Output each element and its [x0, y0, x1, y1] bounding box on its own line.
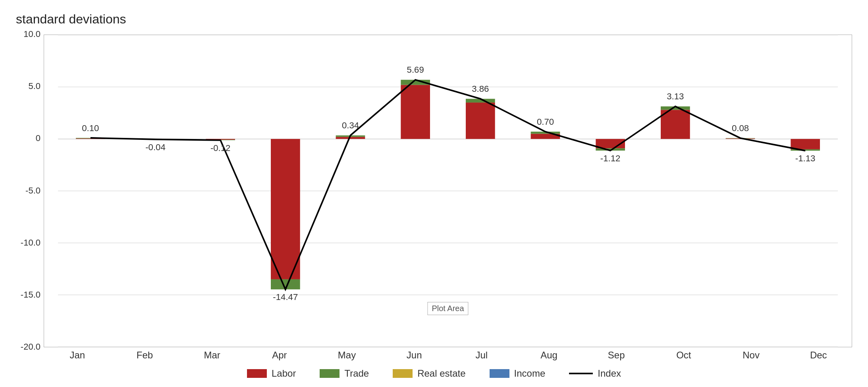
svg-text:0.70: 0.70	[537, 117, 554, 127]
x-axis-label: Feb	[111, 350, 179, 361]
y-axis-label: -15.0	[21, 290, 41, 299]
legend-item-income: Income	[490, 368, 546, 379]
x-axis-label: Apr	[246, 350, 313, 361]
legend-item-index: Index	[569, 368, 621, 379]
x-axis-label: Sep	[583, 350, 650, 361]
x-axis-label: May	[313, 350, 381, 361]
svg-text:0.08: 0.08	[732, 123, 749, 133]
x-axis-label: Aug	[515, 350, 583, 361]
chart-area: 10.05.00-5.0-10.0-15.0-20.0 0.10-0.04-0.…	[16, 35, 852, 379]
y-axis-label: 10.0	[23, 30, 41, 39]
legend-label-labor: Labor	[272, 368, 296, 379]
legend-item-labor: Labor	[247, 368, 296, 379]
x-axis-label: Dec	[785, 350, 852, 361]
x-axis-label: Mar	[178, 350, 246, 361]
legend: Labor Trade Real estate Income Index	[16, 368, 852, 379]
index-line-swatch	[569, 373, 593, 374]
y-axis-label: -5.0	[25, 186, 41, 195]
y-axis-label: -20.0	[21, 342, 41, 351]
income-swatch	[490, 369, 509, 378]
labor-swatch	[247, 369, 267, 378]
legend-label-income: Income	[514, 368, 546, 379]
svg-text:-0.04: -0.04	[145, 142, 166, 152]
x-axis-label: Jan	[44, 350, 111, 361]
svg-rect-29	[791, 139, 820, 149]
legend-label-realestate: Real estate	[417, 368, 465, 379]
x-axis-label: Jul	[448, 350, 515, 361]
chart-title: standard deviations	[16, 12, 852, 27]
x-axis: JanFebMarAprMayJunJulAugSepOctNovDec	[44, 350, 852, 361]
legend-label-trade: Trade	[344, 368, 369, 379]
svg-text:0.10: 0.10	[82, 123, 99, 133]
svg-text:-14.47: -14.47	[273, 292, 298, 302]
x-axis-label: Nov	[718, 350, 785, 361]
legend-item-trade: Trade	[320, 368, 369, 379]
y-axis-label: 0	[36, 134, 41, 143]
x-axis-label: Jun	[380, 350, 448, 361]
plot-area-label: Plot Area	[427, 302, 468, 315]
svg-text:-1.13: -1.13	[795, 153, 816, 163]
legend-item-realestate: Real estate	[393, 368, 465, 379]
svg-rect-19	[466, 103, 495, 139]
svg-text:-0.12: -0.12	[210, 143, 231, 153]
realestate-swatch	[393, 369, 413, 378]
svg-text:3.13: 3.13	[667, 91, 684, 101]
svg-text:0.34: 0.34	[342, 120, 359, 130]
svg-text:5.69: 5.69	[407, 65, 424, 75]
svg-text:3.86: 3.86	[472, 84, 489, 94]
x-axis-label: Oct	[650, 350, 718, 361]
y-axis-label: -10.0	[21, 238, 41, 247]
plot-area: 0.10-0.04-0.12-14.470.345.693.860.70-1.1…	[44, 35, 852, 347]
y-axis-labels: 10.05.00-5.0-10.0-15.0-20.0	[16, 35, 44, 347]
chart-svg: 0.10-0.04-0.12-14.470.345.693.860.70-1.1…	[44, 35, 852, 347]
legend-label-index: Index	[598, 368, 621, 379]
y-axis-label: 5.0	[28, 82, 41, 91]
chart-container: standard deviations 10.05.00-5.0-10.0-15…	[0, 0, 868, 387]
svg-rect-13	[271, 139, 300, 279]
svg-rect-17	[401, 85, 430, 139]
trade-swatch	[320, 369, 339, 378]
svg-text:-1.12: -1.12	[600, 153, 621, 163]
